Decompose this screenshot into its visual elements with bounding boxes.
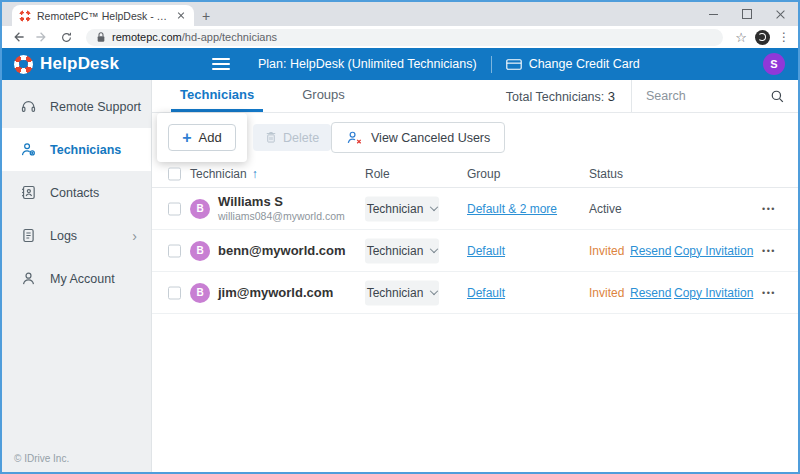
- main-content: Technicians Groups Total Technicians: 3 …: [152, 80, 798, 472]
- technician-name: benn@myworld.com: [218, 242, 346, 258]
- role-dropdown[interactable]: Technician: [365, 280, 439, 305]
- group-link[interactable]: Default: [467, 286, 505, 300]
- close-icon[interactable]: [764, 2, 798, 26]
- technician-email: williams084@myworld.com: [218, 210, 345, 224]
- table-header: Technician↑ Role Group Status: [152, 161, 798, 188]
- avatar: B: [190, 199, 210, 219]
- sidebar-label: Logs: [50, 229, 77, 243]
- sidebar-item-logs[interactable]: Logs ›: [2, 214, 151, 257]
- sidebar: Remote Support Technicians Contacts Logs…: [2, 80, 152, 472]
- restore-icon[interactable]: [730, 2, 764, 26]
- add-button-highlight-card: + Add: [157, 113, 247, 162]
- window-controls: [696, 2, 798, 26]
- resend-link[interactable]: Resend: [630, 286, 671, 300]
- plan-label: Plan: HelpDesk (Unlimited Technicians): [258, 57, 477, 71]
- column-technician[interactable]: Technician↑: [190, 167, 258, 181]
- technician-name: Williams S: [218, 194, 345, 210]
- chevron-down-icon: [430, 203, 438, 211]
- column-status: Status: [589, 167, 623, 181]
- tab-close-icon[interactable]: [175, 10, 187, 22]
- chevron-down-icon: [430, 245, 438, 253]
- technician-name-cell: Williams S williams084@myworld.com: [218, 194, 345, 224]
- status-invited: Invited: [589, 244, 624, 258]
- address-bar[interactable]: remotepc.com/hd-app/technicians: [86, 29, 723, 46]
- resend-link[interactable]: Resend: [630, 244, 671, 258]
- view-canceled-users-button[interactable]: View Canceled Users: [331, 122, 505, 153]
- sidebar-label: Contacts: [50, 186, 99, 200]
- back-icon[interactable]: [10, 29, 26, 45]
- logs-icon: [20, 227, 37, 244]
- copy-invitation-link[interactable]: Copy Invitation: [674, 244, 753, 258]
- sidebar-item-my-account[interactable]: My Account: [2, 257, 151, 300]
- row-menu-icon[interactable]: •••: [762, 204, 776, 214]
- account-avatar[interactable]: S: [763, 53, 785, 75]
- browser-window: RemotePC™ HelpDesk - Technicia + remotep…: [0, 0, 800, 474]
- change-credit-card-button[interactable]: Change Credit Card: [506, 57, 640, 71]
- browser-menu-icon[interactable]: ⋮: [778, 31, 790, 43]
- sidebar-label: Technicians: [50, 143, 121, 157]
- sidebar-item-contacts[interactable]: Contacts: [2, 171, 151, 214]
- sidebar-item-technicians[interactable]: Technicians: [2, 128, 151, 171]
- trash-icon: [265, 131, 277, 144]
- table-row: B benn@myworld.com Technician Default In…: [152, 230, 798, 272]
- status-active: Active: [589, 202, 622, 216]
- browser-tab[interactable]: RemotePC™ HelpDesk - Technicia: [12, 5, 194, 26]
- browser-profile-avatar[interactable]: [755, 30, 770, 45]
- sidebar-label: Remote Support: [50, 100, 141, 114]
- row-checkbox[interactable]: [168, 286, 181, 299]
- avatar: B: [190, 241, 210, 261]
- credit-card-icon: [506, 58, 522, 71]
- url-text: remotepc.com/hd-app/technicians: [112, 31, 277, 43]
- table-row: B Williams S williams084@myworld.com Tec…: [152, 188, 798, 230]
- person-icon: [20, 270, 37, 287]
- helpdesk-logo-icon: [14, 55, 33, 74]
- group-link[interactable]: Default: [467, 244, 505, 258]
- status-invited: Invited: [589, 286, 624, 300]
- chevron-down-icon: [430, 287, 438, 295]
- chevron-right-icon: ›: [132, 228, 137, 244]
- table-row: B jim@myworld.com Technician Default Inv…: [152, 272, 798, 314]
- hamburger-menu-icon[interactable]: [212, 58, 230, 70]
- actions-toolbar: + Add Delete View Canceled Users: [152, 113, 798, 161]
- role-dropdown[interactable]: Technician: [365, 238, 439, 263]
- row-checkbox[interactable]: [168, 202, 181, 215]
- padlock-icon: [96, 31, 106, 43]
- technician-name: jim@myworld.com: [218, 284, 333, 300]
- tab-technicians[interactable]: Technicians: [171, 80, 263, 112]
- delete-button[interactable]: Delete: [253, 124, 331, 151]
- content-tab-bar: Technicians Groups Total Technicians: 3: [152, 80, 798, 113]
- browser-toolbar: remotepc.com/hd-app/technicians ☆ ⋮: [2, 26, 798, 48]
- change-credit-card-label: Change Credit Card: [529, 57, 640, 71]
- canceled-user-icon: [346, 130, 363, 145]
- search-input[interactable]: [632, 89, 770, 103]
- headset-icon: [20, 98, 37, 115]
- new-tab-button[interactable]: +: [194, 5, 218, 26]
- select-all-checkbox[interactable]: [168, 168, 181, 181]
- sidebar-item-remote-support[interactable]: Remote Support: [2, 85, 151, 128]
- technicians-icon: [20, 141, 37, 158]
- row-menu-icon[interactable]: •••: [762, 288, 776, 298]
- role-dropdown[interactable]: Technician: [365, 196, 439, 221]
- site-favicon-icon: [19, 10, 31, 22]
- row-checkbox[interactable]: [168, 244, 181, 257]
- tab-groups[interactable]: Groups: [293, 80, 354, 112]
- header-divider: [491, 56, 492, 73]
- copy-invitation-link[interactable]: Copy Invitation: [674, 286, 753, 300]
- add-button[interactable]: + Add: [168, 124, 235, 151]
- tab-title: RemotePC™ HelpDesk - Technicia: [37, 10, 169, 22]
- minimize-icon[interactable]: [696, 2, 730, 26]
- total-count: 3: [608, 89, 615, 104]
- bookmark-star-icon[interactable]: ☆: [735, 31, 747, 44]
- forward-icon[interactable]: [34, 29, 50, 45]
- search-icon[interactable]: [770, 89, 785, 104]
- column-role: Role: [365, 167, 390, 181]
- group-link[interactable]: Default & 2 more: [467, 202, 557, 216]
- sidebar-label: My Account: [50, 272, 115, 286]
- helpdesk-logo[interactable]: HelpDesk: [14, 54, 200, 74]
- avatar: B: [190, 283, 210, 303]
- sort-asc-icon: ↑: [252, 167, 258, 181]
- app-header: HelpDesk Plan: HelpDesk (Unlimited Techn…: [2, 48, 798, 80]
- refresh-icon[interactable]: [58, 29, 74, 45]
- brand-name: HelpDesk: [40, 54, 119, 74]
- row-menu-icon[interactable]: •••: [762, 246, 776, 256]
